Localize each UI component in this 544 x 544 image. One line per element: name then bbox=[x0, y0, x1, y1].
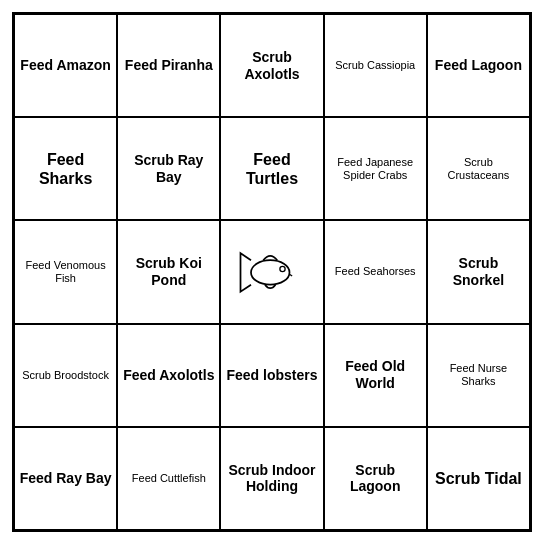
bingo-card: Feed AmazonFeed PiranhaScrub AxolotlsScr… bbox=[12, 12, 532, 532]
cell-text-r0c1: Feed Piranha bbox=[125, 57, 213, 74]
cell-r1c1: Scrub Ray Bay bbox=[117, 117, 220, 220]
cell-text-r3c3: Feed Old World bbox=[329, 358, 422, 392]
cell-text-r3c0: Scrub Broodstock bbox=[22, 369, 109, 382]
cell-text-r2c4: Scrub Snorkel bbox=[432, 255, 525, 289]
cell-r2c2 bbox=[220, 220, 323, 323]
cell-text-r0c4: Feed Lagoon bbox=[435, 57, 522, 74]
cell-text-r3c1: Feed Axolotls bbox=[123, 367, 214, 384]
cell-r1c4: Scrub Crustaceans bbox=[427, 117, 530, 220]
cell-text-r4c3: Scrub Lagoon bbox=[329, 462, 422, 496]
cell-text-r2c0: Feed Venomous Fish bbox=[19, 259, 112, 285]
cell-text-r1c4: Scrub Crustaceans bbox=[432, 156, 525, 182]
cell-r2c1: Scrub Koi Pond bbox=[117, 220, 220, 323]
cell-r0c4: Feed Lagoon bbox=[427, 14, 530, 117]
cell-r0c0: Feed Amazon bbox=[14, 14, 117, 117]
cell-r1c2: Feed Turtles bbox=[220, 117, 323, 220]
cell-text-r4c1: Feed Cuttlefish bbox=[132, 472, 206, 485]
cell-text-r4c4: Scrub Tidal bbox=[435, 469, 522, 488]
cell-text-r0c0: Feed Amazon bbox=[20, 57, 111, 74]
cell-text-r0c2: Scrub Axolotls bbox=[225, 49, 318, 83]
cell-r3c3: Feed Old World bbox=[324, 324, 427, 427]
cell-r3c2: Feed lobsters bbox=[220, 324, 323, 427]
cell-text-r0c3: Scrub Cassiopia bbox=[335, 59, 415, 72]
cell-r4c1: Feed Cuttlefish bbox=[117, 427, 220, 530]
cell-text-r1c2: Feed Turtles bbox=[225, 150, 318, 188]
svg-point-1 bbox=[280, 266, 285, 271]
cell-text-r4c2: Scrub Indoor Holding bbox=[225, 462, 318, 496]
cell-r4c4: Scrub Tidal bbox=[427, 427, 530, 530]
cell-r3c4: Feed Nurse Sharks bbox=[427, 324, 530, 427]
cell-text-r2c1: Scrub Koi Pond bbox=[122, 255, 215, 289]
cell-r2c4: Scrub Snorkel bbox=[427, 220, 530, 323]
cell-r4c3: Scrub Lagoon bbox=[324, 427, 427, 530]
cell-r0c3: Scrub Cassiopia bbox=[324, 14, 427, 117]
cell-r0c1: Feed Piranha bbox=[117, 14, 220, 117]
cell-text-r2c3: Feed Seahorses bbox=[335, 265, 416, 278]
cell-r1c0: Feed Sharks bbox=[14, 117, 117, 220]
cell-r4c0: Feed Ray Bay bbox=[14, 427, 117, 530]
cell-r4c2: Scrub Indoor Holding bbox=[220, 427, 323, 530]
svg-point-0 bbox=[251, 260, 290, 285]
cell-r1c3: Feed Japanese Spider Crabs bbox=[324, 117, 427, 220]
cell-r2c3: Feed Seahorses bbox=[324, 220, 427, 323]
cell-r3c1: Feed Axolotls bbox=[117, 324, 220, 427]
fish-icon bbox=[237, 247, 307, 297]
cell-text-r1c1: Scrub Ray Bay bbox=[122, 152, 215, 186]
cell-text-r4c0: Feed Ray Bay bbox=[20, 470, 112, 487]
cell-text-r1c0: Feed Sharks bbox=[19, 150, 112, 188]
cell-r0c2: Scrub Axolotls bbox=[220, 14, 323, 117]
cell-text-r3c4: Feed Nurse Sharks bbox=[432, 362, 525, 388]
cell-r3c0: Scrub Broodstock bbox=[14, 324, 117, 427]
cell-text-r3c2: Feed lobsters bbox=[226, 367, 317, 384]
cell-text-r1c3: Feed Japanese Spider Crabs bbox=[329, 156, 422, 182]
svg-line-2 bbox=[289, 274, 292, 276]
cell-r2c0: Feed Venomous Fish bbox=[14, 220, 117, 323]
